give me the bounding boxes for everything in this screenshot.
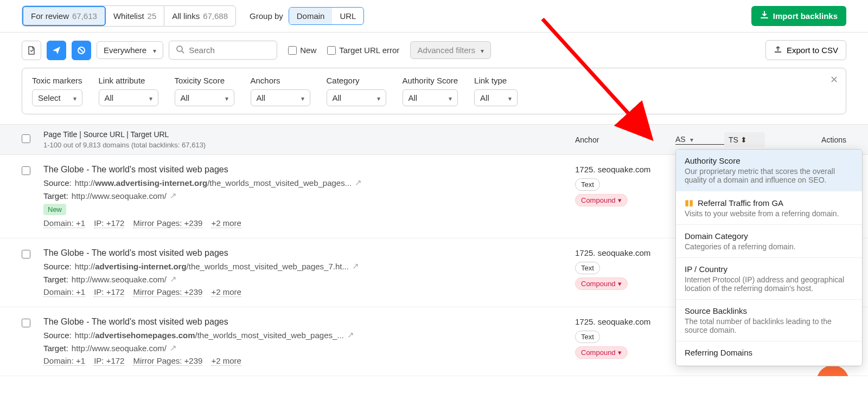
meta-more[interactable]: +2 more: [211, 356, 241, 366]
meta-ip[interactable]: IP: +172: [94, 287, 124, 297]
popover-item[interactable]: ▮▮ Referral Traffic from GA Visits to yo…: [676, 191, 862, 225]
group-by-url[interactable]: URL: [332, 8, 363, 24]
popover-item[interactable]: Source Backlinks The total number of bac…: [676, 300, 862, 341]
send-icon-button[interactable]: [47, 41, 66, 60]
filter-toxic-select[interactable]: Select: [32, 89, 82, 106]
row-title: The Globe - The world's most visited web…: [43, 165, 575, 175]
chevron-down-icon: [446, 93, 452, 102]
filter-authority-score: Authority Score All: [403, 76, 458, 106]
th-ts[interactable]: TS⬍: [724, 132, 765, 147]
target-url-error-checkbox[interactable]: Target URL error: [327, 46, 399, 55]
th-actions: Actions: [765, 135, 846, 144]
chevron-down-icon: [478, 46, 484, 55]
search-input[interactable]: [189, 46, 270, 55]
anchor-compound-pill[interactable]: Compound ▾: [575, 346, 628, 359]
source-url[interactable]: http://advertising-internet.org/the_worl…: [75, 262, 349, 271]
anchor-compound-pill[interactable]: Compound ▾: [575, 194, 628, 206]
meta-ip[interactable]: IP: +172: [94, 356, 124, 366]
filter-linkattr-select[interactable]: All: [99, 89, 158, 106]
select-all-checkbox[interactable]: [22, 134, 30, 143]
external-link-icon[interactable]: ↗: [170, 343, 177, 353]
meta-more[interactable]: +2 more: [211, 287, 241, 297]
button-label: Advanced filters: [417, 46, 475, 55]
target-url-error-checkbox-input[interactable]: [327, 46, 336, 55]
external-link-icon[interactable]: ↗: [352, 261, 359, 271]
row-target: Target: http://www.seoquake.com/ ↗: [43, 191, 575, 201]
anchor-compound-pill[interactable]: Compound ▾: [575, 277, 628, 290]
chevron-down-icon: [375, 93, 380, 102]
filter-anchors-select[interactable]: All: [251, 89, 310, 106]
meta-mirror[interactable]: Mirror Pages: +239: [133, 287, 202, 297]
popover-item-sub: Our proprietary metric that scores the o…: [685, 167, 853, 184]
meta-domain[interactable]: Domain: +1: [43, 218, 85, 228]
chevron-down-icon: ▾: [618, 196, 622, 204]
export-icon-button[interactable]: [22, 41, 41, 60]
filter-anchors: Anchors All: [251, 76, 310, 106]
source-url[interactable]: http://www.advertising-internet.org/the_…: [75, 178, 352, 188]
row-check-cell: [22, 317, 43, 366]
chevron-down-icon: [71, 93, 76, 102]
row-checkbox[interactable]: [22, 166, 30, 175]
advanced-filters-button[interactable]: Advanced filters: [410, 41, 491, 59]
popover-item[interactable]: IP / Country Internet Protocol (IP) addr…: [676, 258, 862, 300]
block-icon-button[interactable]: [72, 41, 91, 60]
tab-for-review[interactable]: For review 67,613: [22, 6, 106, 26]
meta-mirror[interactable]: Mirror Pages: +239: [133, 356, 202, 366]
meta-mirror[interactable]: Mirror Pages: +239: [133, 218, 202, 228]
export-csv-button[interactable]: Export to CSV: [765, 40, 846, 60]
popover-item-sub: Internet Protocol (IP) address and geogr…: [685, 275, 853, 293]
import-backlinks-button[interactable]: Import backlinks: [751, 6, 846, 26]
group-by-domain[interactable]: Domain: [289, 8, 333, 24]
source-url[interactable]: http://advertisehomepages.com/the_worlds…: [75, 331, 344, 340]
row-checkbox[interactable]: [22, 319, 30, 327]
target-url[interactable]: http://www.seoquake.com/: [72, 344, 167, 353]
scope-dropdown[interactable]: Everywhere: [97, 41, 163, 59]
anchor-text: 1725. seoquake.com: [575, 248, 675, 257]
row-anchor: 1725. seoquake.com Text Compound ▾: [575, 165, 675, 228]
target-url[interactable]: http://www.seoquake.com/: [72, 191, 167, 201]
external-link-icon[interactable]: ↗: [355, 178, 362, 188]
filter-authscore-select[interactable]: All: [403, 89, 458, 106]
dropdown-label: Everywhere: [104, 46, 146, 55]
row-anchor: 1725. seoquake.com Text Compound ▾: [575, 317, 675, 366]
tab-whitelist[interactable]: Whitelist 25: [106, 6, 164, 26]
button-label: Import backlinks: [773, 11, 838, 21]
meta-domain[interactable]: Domain: +1: [43, 356, 85, 366]
popover-item-sub: Categories of a referring domain.: [685, 242, 853, 251]
new-checkbox[interactable]: New: [288, 46, 316, 55]
tab-count: 25: [148, 11, 157, 21]
select-all-cell: [22, 134, 43, 145]
search-box[interactable]: [169, 41, 277, 60]
filter-toxscore-select[interactable]: All: [175, 89, 234, 106]
meta-domain[interactable]: Domain: +1: [43, 287, 85, 297]
close-icon[interactable]: ✕: [830, 74, 838, 86]
toolbar: Everywhere New Target URL error Advanced…: [0, 33, 868, 68]
filter-category-select[interactable]: All: [327, 89, 386, 106]
row-source: Source: http://www.advertising-internet.…: [43, 178, 575, 188]
tab-all-links[interactable]: All links 67,688: [164, 6, 235, 26]
filter-linktype-select[interactable]: All: [474, 89, 518, 106]
row-meta: Domain: +1 IP: +172 Mirror Pages: +239 +…: [43, 356, 575, 366]
checkbox-label: Target URL error: [339, 46, 399, 55]
popover-item[interactable]: Referring Domains: [676, 341, 862, 366]
th-page-title: Page Title | Source URL | Target URL: [43, 130, 575, 139]
filter-label: Anchors: [251, 76, 310, 85]
filter-link-attribute: Link attribute All: [99, 76, 158, 106]
popover-item[interactable]: Domain Category Categories of a referrin…: [676, 225, 862, 258]
external-link-icon[interactable]: ↗: [170, 191, 177, 201]
filter-panel: Toxic markers Select Link attribute All …: [22, 68, 846, 114]
target-url[interactable]: http://www.seoquake.com/: [72, 275, 167, 284]
meta-ip[interactable]: IP: +172: [94, 218, 124, 228]
external-link-icon[interactable]: ↗: [170, 274, 177, 284]
row-checkbox[interactable]: [22, 250, 30, 259]
popover-item[interactable]: Authority Score Our proprietary metric t…: [676, 150, 862, 191]
search-icon: [176, 45, 184, 55]
target-label: Target:: [43, 275, 68, 284]
new-checkbox-input[interactable]: [288, 46, 297, 55]
source-label: Source:: [43, 262, 72, 271]
tab-count: 67,613: [72, 11, 97, 21]
target-label: Target:: [43, 344, 68, 353]
th-as[interactable]: AS: [675, 135, 724, 145]
meta-more[interactable]: +2 more: [211, 218, 241, 228]
external-link-icon[interactable]: ↗: [347, 330, 354, 340]
